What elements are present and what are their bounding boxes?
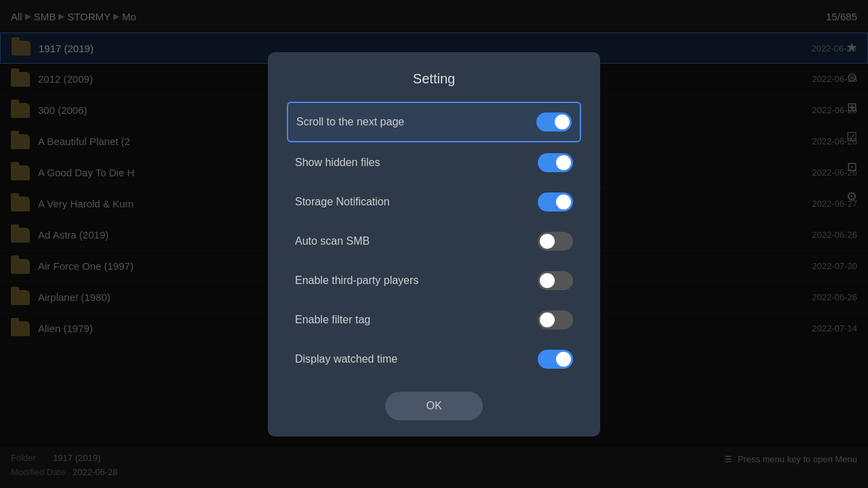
setting-label: Enable third-party players — [295, 274, 418, 287]
dialog-footer: OK — [287, 392, 581, 420]
setting-row[interactable]: Enable filter tag — [287, 301, 581, 339]
toggle-switch[interactable] — [538, 153, 573, 172]
ok-button[interactable]: OK — [385, 392, 482, 420]
setting-label: Scroll to the next page — [296, 116, 404, 128]
toggle-knob — [540, 273, 555, 288]
toggle-knob — [556, 352, 571, 367]
setting-row[interactable]: Show hidden files — [287, 144, 581, 182]
setting-row[interactable]: Display watched time — [287, 340, 581, 378]
setting-label: Enable filter tag — [295, 314, 370, 326]
settings-list: Scroll to the next pageShow hidden files… — [287, 102, 581, 378]
dialog-title: Setting — [287, 71, 581, 87]
toggle-switch[interactable] — [538, 271, 573, 290]
toggle-switch[interactable] — [538, 192, 573, 211]
setting-label: Display watched time — [295, 353, 397, 365]
toggle-switch[interactable] — [538, 350, 573, 369]
toggle-switch[interactable] — [536, 113, 572, 131]
toggle-switch[interactable] — [538, 310, 573, 329]
setting-row[interactable]: Enable third-party players — [287, 262, 581, 300]
setting-row[interactable]: Auto scan SMB — [287, 222, 581, 260]
setting-label: Storage Notification — [295, 196, 390, 208]
toggle-knob — [556, 155, 571, 170]
toggle-knob — [540, 234, 555, 249]
overlay: Setting Scroll to the next pageShow hidd… — [0, 0, 868, 488]
setting-label: Show hidden files — [295, 157, 380, 169]
toggle-knob — [540, 312, 555, 327]
toggle-switch[interactable] — [538, 232, 573, 251]
setting-row[interactable]: Scroll to the next page — [287, 102, 581, 142]
settings-dialog: Setting Scroll to the next pageShow hidd… — [268, 52, 600, 436]
toggle-knob — [555, 115, 570, 129]
toggle-knob — [556, 195, 571, 209]
setting-label: Auto scan SMB — [295, 235, 370, 247]
setting-row[interactable]: Storage Notification — [287, 183, 581, 221]
